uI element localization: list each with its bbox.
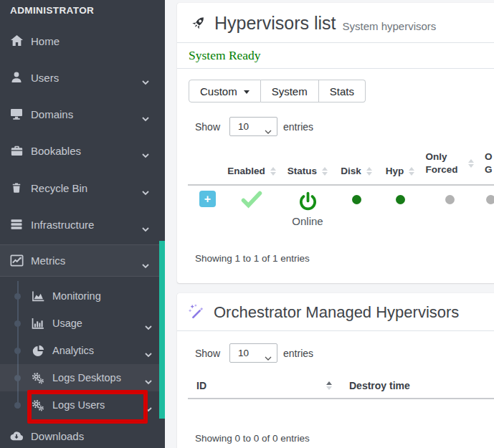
table-info: Showing 1 to 1 of 1 entries [195,253,494,264]
disk-status-dot [352,195,361,204]
sidebar-item-label: Monitoring [52,290,101,302]
disk-cell [334,185,379,232]
hyp-cell [379,185,422,232]
tab-custom[interactable]: Custom [189,80,261,103]
sidebar-item-label: Analytics [52,345,94,356]
orchestrator-card-header: Orchestrator Managed Hypervisors [177,293,494,331]
sidebar-item-downloads[interactable]: Downloads [0,421,165,448]
tab-label: Stats [330,85,354,97]
orchestrator-table: ID Destroy time [188,374,494,429]
status-cell: Online [281,185,334,232]
orchestrator-card: Orchestrator Managed Hypervisors Show 10… [177,293,494,448]
sidebar-item-monitoring[interactable]: Monitoring [0,282,165,310]
tab-label: Custom [200,85,237,97]
sort-asc-icon [326,381,332,390]
empty-table-row [188,399,494,429]
sidebar-item-label: Bookables [31,145,81,157]
sort-icon [468,159,474,168]
tab-system[interactable]: System [261,80,319,103]
column-header-only-forced[interactable]: Only Forced [422,146,478,185]
sidebar-item-logs-desktops[interactable]: Logs Desktops [0,364,165,391]
user-icon [9,72,24,83]
sort-icon [270,167,276,176]
sidebar-item-label: Metrics [31,254,65,267]
sidebar-item-usage[interactable]: Usage [0,310,165,337]
chevron-down-icon [142,112,149,124]
status-label: Online [281,215,334,227]
sort-icon [366,167,372,176]
sidebar-item-label: Users [31,72,59,84]
hypervisors-card-header: Hypervisors list System hypervisors [177,3,494,43]
sidebar-item-domains[interactable]: Domains [0,100,165,128]
magic-wand-icon [189,304,206,322]
column-header-expand [188,146,222,185]
column-header-id[interactable]: ID [188,374,341,399]
cut-off-status-dot [486,195,494,204]
sidebar-item-users[interactable]: Users [0,63,165,92]
section-title: Orchestrator Managed Hypervisors [214,303,459,322]
page-title: Hypervisors list [214,13,336,34]
sidebar-item-metrics[interactable]: Metrics [0,244,165,277]
chevron-down-icon [142,148,149,161]
tab-label: System [272,85,308,97]
sidebar-item-logs-users[interactable]: Logs Users [0,391,165,419]
sidebar-item-bookables[interactable]: Bookables [0,136,165,165]
sort-icon [409,167,414,176]
column-header-disk[interactable]: Disk [334,146,379,185]
chevron-down-icon [145,348,152,360]
page-size-select[interactable]: 10 [229,117,277,136]
sidebar-scrollbar-thumb[interactable] [159,241,165,419]
home-icon [9,35,24,47]
chart-area-icon [30,290,46,302]
entries-label: entries [283,348,313,359]
table-tabs: Custom System Stats [189,80,366,103]
sidebar-item-label: Domains [31,108,73,120]
sidebar-item-label: Recycle Bin [31,182,87,194]
only-forced-status-dot [445,195,455,204]
sidebar-item-label: Logs Users [52,399,105,411]
sidebar-item-label: Usage [52,318,82,329]
cogs-icon [30,399,46,411]
entries-label: entries [283,121,313,133]
check-icon [222,191,281,209]
hypervisors-card: Hypervisors list System hypervisors Syst… [177,3,494,283]
sidebar-item-home[interactable]: Home [0,27,165,55]
column-header-hyp[interactable]: Hyp [379,146,422,185]
cut-off-cell [478,185,494,232]
column-header-status[interactable]: Status [281,146,334,185]
hypervisors-table: Enabled Status Disk Hyp Only Forced [188,146,494,232]
show-label: Show [195,348,220,359]
sidebar-item-label: Downloads [31,430,84,442]
sidebar-item-label: Home [31,35,60,47]
sidebar-item-analytics[interactable]: Analytics [0,337,165,364]
system-status-message: System Ready [177,43,494,69]
power-icon [281,191,334,214]
chart-line-icon [9,254,24,267]
sidebar-item-label: Logs Desktops [52,372,121,383]
trash-icon [9,182,24,194]
sidebar: ADMINISTRATOR Home Users Domains Bookabl… [0,0,165,448]
sidebar-item-infrastructure[interactable]: Infrastructure [0,210,165,239]
expand-row-button[interactable]: + [199,191,216,207]
chevron-down-icon [142,186,149,198]
sidebar-item-recycle-bin[interactable]: Recycle Bin [0,173,165,202]
cogs-icon [30,372,46,384]
chevron-down-icon [145,403,152,414]
chart-pie-icon [30,345,46,357]
hyp-status-dot [396,195,405,204]
column-header-enabled[interactable]: Enabled [222,146,281,185]
only-forced-cell [422,185,478,232]
chevron-down-icon [142,259,149,271]
brand-title: ADMINISTRATOR [10,5,94,16]
column-header-cut-off[interactable]: O G [478,146,494,185]
column-header-destroy-time[interactable]: Destroy time [341,374,494,399]
cloud-download-icon [9,431,24,442]
tab-stats[interactable]: Stats [319,80,366,103]
sidebar-item-label: Infrastructure [31,219,94,231]
page-size-select[interactable]: 10 [229,343,277,363]
table-header-row: ID Destroy time [188,374,494,399]
chevron-down-icon [142,222,149,234]
chevron-down-icon [142,75,149,87]
rocket-icon [189,14,207,33]
caret-down-icon [244,90,250,97]
